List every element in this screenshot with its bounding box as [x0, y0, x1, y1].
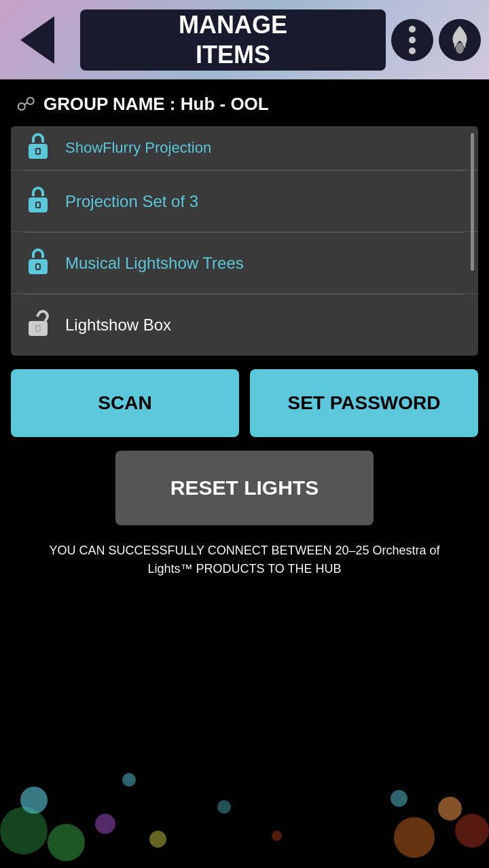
list-item[interactable]: Lightshow Box: [11, 295, 478, 356]
set-password-button[interactable]: SET PASSWORD: [250, 369, 478, 437]
flame-icon[interactable]: [439, 19, 481, 61]
header: MANAGEITEMS: [0, 0, 489, 79]
header-icons: [391, 19, 489, 61]
item-label: Lightshow Box: [65, 316, 171, 335]
list-item[interactable]: Projection Set of 3: [11, 171, 478, 232]
bokeh-background: [0, 746, 489, 868]
list-item[interactable]: Musical Lightshow Trees: [11, 233, 478, 294]
lock-open-icon: [24, 310, 52, 340]
page-title: MANAGEITEMS: [179, 10, 287, 69]
lock-icon: [24, 187, 52, 216]
item-label: Musical Lightshow Trees: [65, 254, 244, 273]
main-content: ☍ GROUP NAME : Hub - OOL ShowFlurry Proj…: [0, 79, 489, 600]
dots-icon[interactable]: [391, 19, 433, 61]
list-item[interactable]: ShowFlurry Projection: [11, 126, 478, 170]
item-label: ShowFlurry Projection: [65, 139, 211, 157]
items-list-wrapper: ShowFlurry Projection Projection Set of …: [11, 126, 478, 356]
group-name-row: ☍ GROUP NAME : Hub - OOL: [11, 93, 478, 115]
action-buttons-row: SCAN SET PASSWORD: [11, 369, 478, 437]
back-arrow-icon: [20, 16, 54, 64]
item-label: Projection Set of 3: [65, 192, 198, 211]
reset-lights-button[interactable]: RESET LIGHTS: [115, 451, 374, 525]
lock-icon: [24, 248, 52, 278]
svg-point-1: [456, 43, 464, 54]
document-icon: ☍: [16, 93, 35, 115]
footer-text: YOU CAN SUCCESSFULLY CONNECT BETWEEN 20–…: [11, 542, 478, 578]
lock-icon: [24, 133, 52, 163]
back-button[interactable]: [0, 0, 75, 79]
items-list: ShowFlurry Projection Projection Set of …: [11, 126, 478, 356]
manage-items-button[interactable]: MANAGEITEMS: [80, 10, 386, 71]
scan-button[interactable]: SCAN: [11, 369, 239, 437]
group-name-label: GROUP NAME : Hub - OOL: [43, 94, 269, 115]
scrollbar[interactable]: [471, 133, 474, 271]
